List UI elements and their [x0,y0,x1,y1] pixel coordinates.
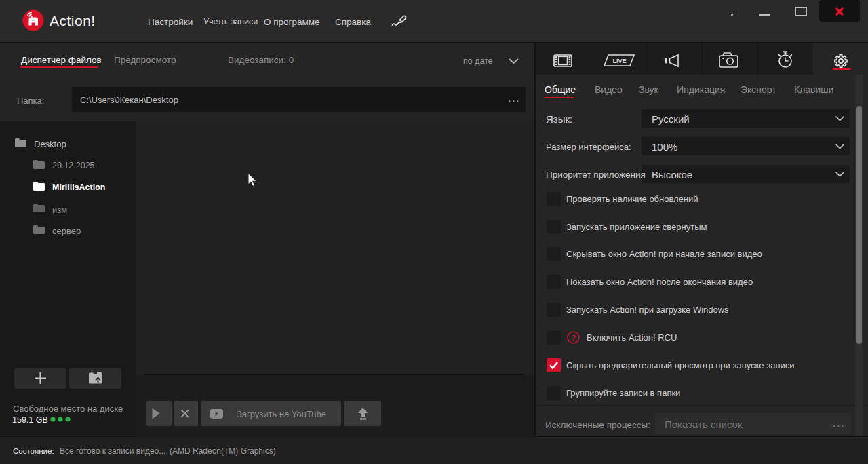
svg-text:?: ? [571,334,576,342]
svg-text:LIVE: LIVE [612,58,626,64]
